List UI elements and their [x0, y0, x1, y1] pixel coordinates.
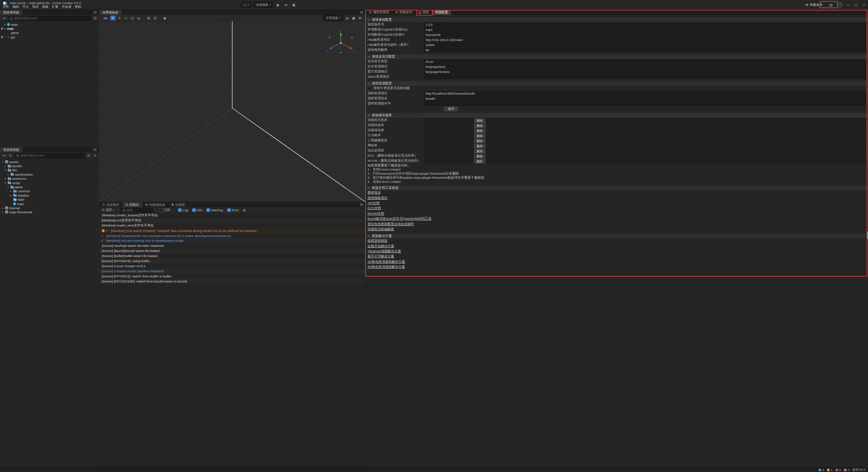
section-header-game-language-config[interactable]: ▾游戏多语言配置: [366, 54, 868, 59]
delete-animation-effect-button[interactable]: 删除: [474, 123, 486, 128]
hierarchy-node-gui[interactable]: ▸gui: [0, 35, 99, 39]
property-input-crypto-iv[interactable]: [424, 33, 866, 37]
console-line[interactable]: [Scene] Cocos Creator v3.8.2: [99, 263, 366, 269]
property-input-remote-version[interactable]: [424, 101, 866, 106]
tab-console[interactable]: ▤控制台: [122, 202, 142, 207]
console-line[interactable]: [Scene] [box2d]:box2d wasm lib loaded.: [99, 248, 366, 253]
filter-error[interactable]: Error: [226, 208, 240, 212]
link-tutorial-project[interactable]: 教程项目: [368, 191, 381, 195]
link-rpg3d-solution[interactable]: 3D角色扮演游戏解决方案: [368, 265, 405, 269]
asset-node-assets[interactable]: ▾assets: [0, 160, 99, 164]
view-mode-dropdown[interactable]: 正常浏览 ▾: [323, 15, 343, 21]
expand-arrow-icon[interactable]: ▸: [1, 206, 4, 210]
filter-info[interactable]: Info: [191, 208, 204, 212]
scene-viewport[interactable]: Y X Z: [99, 21, 366, 202]
menu-item-node[interactable]: 节点: [21, 4, 31, 9]
link-excel-tool[interactable]: Excel格式转Json文件与TypeScript代码工具: [368, 217, 432, 221]
collapse-arrow-icon[interactable]: ▾: [4, 181, 7, 184]
step-button[interactable]: ≫: [283, 2, 289, 7]
delete-dynamic-process-button[interactable]: 删除: [474, 149, 486, 153]
delete-camera-3d-button[interactable]: 删除: [474, 139, 486, 143]
asset-node-initialize[interactable]: ▸initialize: [0, 193, 99, 197]
add-asset-button[interactable]: +▾: [1, 153, 6, 158]
console-line[interactable]: [Scene] [PHYSICS2D]: switch from box2d-w…: [99, 279, 366, 284]
preview-image-icon[interactable]: ▤: [828, 2, 834, 7]
console-line[interactable]: [Window] ecs文件夹不存在: [99, 218, 366, 223]
scene-selector-dropdown[interactable]: 当前场景 ▾: [253, 2, 274, 8]
hierarchy-node-main[interactable]: ▾main: [0, 22, 99, 26]
asset-node-seedrandom[interactable]: ▸seedrandom: [0, 172, 99, 176]
expand-arrow-icon[interactable]: ▸: [4, 164, 7, 168]
console-line[interactable]: [Scene] Forward render pipeline initiali…: [99, 269, 366, 274]
log-count[interactable]: 3: [818, 468, 824, 472]
menu-item-edit[interactable]: 编辑: [11, 4, 21, 9]
link-ecs-docs[interactable]: ECS文档: [368, 206, 381, 211]
expand-arrow-icon[interactable]: ▸: [9, 190, 12, 193]
delete-animation-move-button[interactable]: 删除: [474, 129, 486, 133]
tab-hierarchy[interactable]: 层级管理器: [0, 10, 22, 15]
expand-arrow-icon[interactable]: ▸: [106, 229, 109, 232]
collapse-arrow-icon[interactable]: ▾: [4, 169, 7, 172]
console-line[interactable]: [Scene] [PHYSICS]: using builtin.: [99, 258, 366, 263]
property-input-text-path[interactable]: [424, 64, 866, 69]
close-button[interactable]: ×: [862, 3, 866, 7]
snap-grid-icon[interactable]: ⊞: [146, 16, 151, 20]
error-count[interactable]: 0: [835, 468, 841, 472]
property-input-version[interactable]: [424, 22, 866, 27]
save-button[interactable]: 保存: [444, 106, 458, 111]
menu-item-panel[interactable]: 面板: [40, 4, 50, 9]
asset-node-libs[interactable]: ▾libs: [0, 168, 99, 172]
link-tiledmap-solution[interactable]: Tiledmap地图解决方案: [368, 249, 401, 254]
asset-node-game[interactable]: ▾game: [0, 185, 99, 189]
rotate-tool-icon[interactable]: ↻: [117, 16, 122, 20]
property-input-language-types[interactable]: [424, 59, 866, 64]
expand-arrow-icon[interactable]: ▸: [9, 194, 12, 197]
warning-count[interactable]: 1: [827, 468, 832, 472]
property-input-crypto-key[interactable]: [424, 27, 866, 32]
layout-grid-icon[interactable]: ▦: [291, 2, 297, 7]
minimize-button[interactable]: —: [846, 3, 850, 7]
mode-3d-toggle[interactable]: 3D: [102, 16, 109, 20]
expand-arrow-icon[interactable]: ▸: [7, 36, 10, 39]
property-input-fps[interactable]: [424, 48, 866, 52]
tab-animation-editor[interactable]: ◈动画编辑器: [142, 202, 168, 207]
console-line[interactable]: [Window] model_view文件夹不存在: [99, 223, 366, 228]
menu-item-extension[interactable]: 扩展: [50, 4, 60, 9]
delete-network-button[interactable]: 删除: [474, 144, 486, 148]
console-line[interactable]: [Window] render_texture文件夹不存在: [99, 213, 366, 218]
hierarchy-node-game[interactable]: game: [0, 31, 99, 35]
delete-ecs-button[interactable]: 删除: [474, 154, 486, 158]
link-rpg2d-solution[interactable]: 2D角色扮演游戏解决方案: [368, 260, 405, 264]
tab-framework-config[interactable]: 框架配置: [432, 10, 451, 15]
preview-device-dropdown[interactable]: ▢▾: [241, 2, 252, 8]
filter-log[interactable]: Log: [177, 208, 190, 212]
collapse-logs-icon[interactable]: ▤: [242, 208, 247, 212]
console-line[interactable]: !▸[Window] [Vue warn]: Property "onInput…: [99, 228, 366, 233]
delete-behavior-tree-button[interactable]: 删除: [474, 134, 486, 138]
section-header-framework-module-trim[interactable]: ▾框架模块裁剪: [366, 113, 868, 118]
asset-node-bundle[interactable]: ▸bundle: [0, 164, 99, 168]
tab-animation-graph[interactable]: ◉动画图: [168, 202, 188, 207]
notice-count[interactable]: 0: [844, 468, 849, 472]
collapse-arrow-icon[interactable]: ▾: [3, 23, 6, 26]
tab-assets[interactable]: 资源管理器: [0, 147, 22, 152]
regex-checkbox[interactable]: [159, 208, 163, 212]
section-header-game-basic-config[interactable]: ▾游戏基础配置: [366, 17, 868, 22]
menu-item-file[interactable]: 文件: [1, 4, 11, 9]
regex-toggle[interactable]: 正则: [158, 208, 172, 212]
asset-node-script[interactable]: ▾script: [0, 181, 99, 185]
section-header-framework-solutions[interactable]: ▾框架解决方案: [366, 234, 868, 238]
expand-arrow-icon[interactable]: ▸: [102, 239, 104, 242]
refresh-icon[interactable]: ⟳: [93, 153, 98, 158]
hierarchy-node-root[interactable]: ▾root: [0, 26, 99, 31]
asset-node-Main[interactable]: TSMain: [0, 198, 99, 202]
menu-item-help[interactable]: 帮助: [73, 4, 83, 9]
property-input-remote-bundle[interactable]: [424, 96, 866, 101]
panel-menu-icon[interactable]: [360, 204, 363, 205]
property-input-http-server[interactable]: [424, 38, 866, 42]
maximize-button[interactable]: ▢: [854, 3, 858, 7]
delete-animator-button[interactable]: 删除: [474, 118, 486, 123]
expand-arrow-icon[interactable]: ▸: [4, 177, 7, 180]
delete-mvvm-button[interactable]: 删除: [474, 159, 486, 163]
lighting-icon[interactable]: ◍: [344, 16, 350, 20]
